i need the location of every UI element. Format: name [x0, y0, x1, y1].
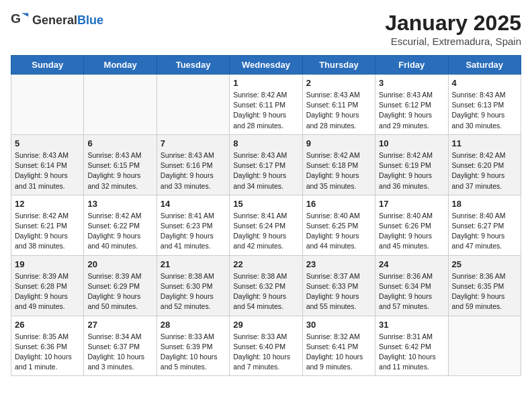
calendar-day-header: Friday: [375, 56, 448, 75]
calendar-day-cell: 11Sunrise: 8:42 AM Sunset: 6:20 PM Dayli…: [448, 134, 521, 195]
day-info: Sunrise: 8:42 AM Sunset: 6:11 PM Dayligh…: [233, 90, 298, 131]
calendar-day-cell: 12Sunrise: 8:42 AM Sunset: 6:21 PM Dayli…: [11, 195, 84, 255]
calendar-day-cell: [448, 316, 521, 376]
day-info: Sunrise: 8:41 AM Sunset: 6:23 PM Dayligh…: [161, 211, 226, 252]
day-info: Sunrise: 8:37 AM Sunset: 6:33 PM Dayligh…: [306, 271, 371, 312]
day-info: Sunrise: 8:33 AM Sunset: 6:39 PM Dayligh…: [161, 332, 226, 373]
day-number: 26: [15, 320, 80, 330]
calendar-day-cell: 6Sunrise: 8:43 AM Sunset: 6:15 PM Daylig…: [84, 134, 157, 195]
day-number: 7: [161, 138, 226, 148]
calendar-header-row: SundayMondayTuesdayWednesdayThursdayFrid…: [11, 56, 521, 75]
day-info: Sunrise: 8:43 AM Sunset: 6:16 PM Dayligh…: [161, 150, 226, 191]
calendar-day-cell: 23Sunrise: 8:37 AM Sunset: 6:33 PM Dayli…: [302, 255, 375, 316]
day-number: 8: [233, 138, 298, 148]
day-number: 12: [15, 199, 80, 209]
day-number: 28: [161, 320, 226, 330]
day-info: Sunrise: 8:42 AM Sunset: 6:20 PM Dayligh…: [452, 150, 517, 191]
calendar-day-cell: 17Sunrise: 8:40 AM Sunset: 6:26 PM Dayli…: [375, 195, 448, 255]
day-number: 27: [87, 320, 152, 330]
calendar-day-cell: 27Sunrise: 8:34 AM Sunset: 6:37 PM Dayli…: [84, 316, 157, 376]
calendar-day-cell: 4Sunrise: 8:43 AM Sunset: 6:13 PM Daylig…: [448, 75, 521, 135]
calendar-day-cell: 31Sunrise: 8:31 AM Sunset: 6:42 PM Dayli…: [375, 316, 448, 376]
day-number: 29: [233, 320, 298, 330]
calendar-day-cell: 3Sunrise: 8:43 AM Sunset: 6:12 PM Daylig…: [375, 75, 448, 135]
calendar-day-cell: 26Sunrise: 8:35 AM Sunset: 6:36 PM Dayli…: [11, 316, 84, 376]
calendar-day-cell: 20Sunrise: 8:39 AM Sunset: 6:29 PM Dayli…: [84, 255, 157, 316]
day-info: Sunrise: 8:42 AM Sunset: 6:22 PM Dayligh…: [87, 211, 152, 252]
calendar-day-cell: 8Sunrise: 8:43 AM Sunset: 6:17 PM Daylig…: [230, 134, 302, 195]
day-info: Sunrise: 8:39 AM Sunset: 6:28 PM Dayligh…: [15, 271, 80, 312]
calendar-day-cell: 19Sunrise: 8:39 AM Sunset: 6:28 PM Dayli…: [11, 255, 84, 316]
day-info: Sunrise: 8:40 AM Sunset: 6:26 PM Dayligh…: [379, 211, 444, 252]
calendar-day-cell: 22Sunrise: 8:38 AM Sunset: 6:32 PM Dayli…: [230, 255, 302, 316]
day-number: 22: [233, 259, 298, 269]
day-info: Sunrise: 8:42 AM Sunset: 6:18 PM Dayligh…: [306, 150, 371, 191]
day-info: Sunrise: 8:43 AM Sunset: 6:13 PM Dayligh…: [452, 90, 517, 131]
logo: G GeneralBlue: [11, 11, 103, 30]
day-info: Sunrise: 8:32 AM Sunset: 6:41 PM Dayligh…: [306, 332, 371, 373]
day-info: Sunrise: 8:39 AM Sunset: 6:29 PM Dayligh…: [87, 271, 152, 312]
calendar-day-cell: 21Sunrise: 8:38 AM Sunset: 6:30 PM Dayli…: [157, 255, 229, 316]
svg-marker-1: [21, 13, 29, 17]
day-info: Sunrise: 8:43 AM Sunset: 6:11 PM Dayligh…: [306, 90, 371, 131]
day-number: 19: [15, 259, 80, 269]
calendar-day-cell: 1Sunrise: 8:42 AM Sunset: 6:11 PM Daylig…: [230, 75, 302, 135]
calendar: SundayMondayTuesdayWednesdayThursdayFrid…: [11, 55, 521, 376]
calendar-day-cell: [84, 75, 157, 135]
calendar-day-cell: 5Sunrise: 8:43 AM Sunset: 6:14 PM Daylig…: [11, 134, 84, 195]
header: G GeneralBlue January 2025 Escurial, Ext…: [11, 11, 521, 47]
day-info: Sunrise: 8:42 AM Sunset: 6:19 PM Dayligh…: [379, 150, 444, 191]
day-info: Sunrise: 8:36 AM Sunset: 6:35 PM Dayligh…: [452, 271, 517, 312]
day-info: Sunrise: 8:41 AM Sunset: 6:24 PM Dayligh…: [233, 211, 298, 252]
calendar-day-header: Saturday: [448, 56, 521, 75]
calendar-day-cell: 14Sunrise: 8:41 AM Sunset: 6:23 PM Dayli…: [157, 195, 229, 255]
day-number: 4: [452, 78, 517, 88]
day-number: 18: [452, 199, 517, 209]
calendar-day-cell: 10Sunrise: 8:42 AM Sunset: 6:19 PM Dayli…: [375, 134, 448, 195]
logo-blue-text: Blue: [77, 13, 103, 27]
calendar-day-cell: 13Sunrise: 8:42 AM Sunset: 6:22 PM Dayli…: [84, 195, 157, 255]
day-number: 1: [233, 78, 298, 88]
day-number: 3: [379, 78, 444, 88]
day-number: 20: [87, 259, 152, 269]
day-number: 17: [379, 199, 444, 209]
day-info: Sunrise: 8:40 AM Sunset: 6:25 PM Dayligh…: [306, 211, 371, 252]
calendar-week-row: 26Sunrise: 8:35 AM Sunset: 6:36 PM Dayli…: [11, 316, 521, 376]
calendar-week-row: 12Sunrise: 8:42 AM Sunset: 6:21 PM Dayli…: [11, 195, 521, 255]
location-subtitle: Escurial, Extremadura, Spain: [385, 36, 521, 47]
calendar-day-cell: 18Sunrise: 8:40 AM Sunset: 6:27 PM Dayli…: [448, 195, 521, 255]
day-number: 24: [379, 259, 444, 269]
day-number: 13: [87, 199, 152, 209]
calendar-day-cell: [11, 75, 84, 135]
day-info: Sunrise: 8:35 AM Sunset: 6:36 PM Dayligh…: [15, 332, 80, 373]
calendar-day-cell: 24Sunrise: 8:36 AM Sunset: 6:34 PM Dayli…: [375, 255, 448, 316]
day-number: 9: [306, 138, 371, 148]
calendar-day-cell: 29Sunrise: 8:33 AM Sunset: 6:40 PM Dayli…: [230, 316, 302, 376]
calendar-day-cell: 7Sunrise: 8:43 AM Sunset: 6:16 PM Daylig…: [157, 134, 229, 195]
day-info: Sunrise: 8:42 AM Sunset: 6:21 PM Dayligh…: [15, 211, 80, 252]
calendar-day-cell: 30Sunrise: 8:32 AM Sunset: 6:41 PM Dayli…: [302, 316, 375, 376]
day-number: 10: [379, 138, 444, 148]
day-number: 23: [306, 259, 371, 269]
day-info: Sunrise: 8:36 AM Sunset: 6:34 PM Dayligh…: [379, 271, 444, 312]
calendar-day-cell: [157, 75, 229, 135]
logo-icon: G: [11, 11, 30, 30]
calendar-day-header: Tuesday: [157, 56, 229, 75]
calendar-week-row: 5Sunrise: 8:43 AM Sunset: 6:14 PM Daylig…: [11, 134, 521, 195]
day-number: 30: [306, 320, 371, 330]
day-info: Sunrise: 8:31 AM Sunset: 6:42 PM Dayligh…: [379, 332, 444, 373]
calendar-day-header: Monday: [84, 56, 157, 75]
calendar-week-row: 1Sunrise: 8:42 AM Sunset: 6:11 PM Daylig…: [11, 75, 521, 135]
calendar-day-header: Sunday: [11, 56, 84, 75]
calendar-day-cell: 15Sunrise: 8:41 AM Sunset: 6:24 PM Dayli…: [230, 195, 302, 255]
logo-general-text: General: [32, 13, 77, 27]
calendar-day-cell: 2Sunrise: 8:43 AM Sunset: 6:11 PM Daylig…: [302, 75, 375, 135]
day-number: 11: [452, 138, 517, 148]
day-info: Sunrise: 8:40 AM Sunset: 6:27 PM Dayligh…: [452, 211, 517, 252]
calendar-day-cell: 28Sunrise: 8:33 AM Sunset: 6:39 PM Dayli…: [157, 316, 229, 376]
day-number: 6: [87, 138, 152, 148]
day-info: Sunrise: 8:38 AM Sunset: 6:32 PM Dayligh…: [233, 271, 298, 312]
day-info: Sunrise: 8:43 AM Sunset: 6:17 PM Dayligh…: [233, 150, 298, 191]
title-area: January 2025 Escurial, Extremadura, Spai…: [385, 11, 521, 47]
calendar-day-cell: 16Sunrise: 8:40 AM Sunset: 6:25 PM Dayli…: [302, 195, 375, 255]
